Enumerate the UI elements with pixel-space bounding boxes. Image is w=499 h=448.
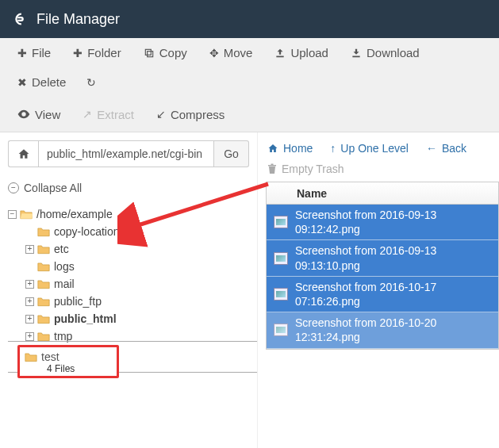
extract-button: ↗Extract — [73, 103, 144, 126]
crumb-back[interactable]: ←Back — [426, 142, 466, 155]
drag-tooltip: test 4 Files — [17, 345, 119, 378]
compress-button[interactable]: ↙Compress — [147, 103, 234, 126]
folder-tree: − /home/example copy-location+etclogs+ma… — [8, 205, 249, 362]
folder-icon — [37, 279, 50, 289]
tree-item[interactable]: +etc — [8, 240, 249, 258]
tree-label: copy-location — [54, 225, 120, 238]
folder-icon — [37, 331, 50, 342]
tree-item[interactable]: +public_ftp — [8, 293, 249, 310]
file-button[interactable]: ✚File — [8, 41, 60, 64]
upload-icon — [274, 48, 286, 59]
tree-root[interactable]: − /home/example — [8, 205, 249, 223]
expand-icon[interactable]: + — [25, 297, 34, 306]
folder-icon — [37, 244, 50, 255]
folder-icon — [25, 352, 37, 362]
tree-label: logs — [54, 260, 75, 273]
tree-label: mail — [54, 278, 75, 290]
app-title: File Manager — [36, 11, 120, 28]
move-button[interactable]: ✥Move — [200, 41, 263, 64]
table-row[interactable]: Screenshot from 2016-10-17 07:16:26.png — [267, 277, 498, 312]
expand-icon[interactable]: + — [25, 280, 34, 289]
table-row[interactable]: Screenshot from 2016-09-13 09:12:42.png — [267, 205, 498, 240]
back-icon: ← — [426, 142, 437, 155]
right-panel: Home ↑Up One Level ←Back Empty Trash Nam… — [258, 132, 499, 448]
crumb-up[interactable]: ↑Up One Level — [330, 142, 409, 155]
folder-icon — [37, 297, 50, 307]
folder-icon — [37, 262, 50, 272]
file-image-icon — [267, 288, 295, 301]
plus-icon: ✚ — [73, 47, 83, 59]
table-header: Name — [267, 182, 498, 205]
path-bar: Go — [8, 140, 249, 167]
folder-icon — [37, 227, 50, 237]
cpanel-logo — [11, 10, 29, 28]
table-row[interactable]: Screenshot from 2016-09-13 09:13:10.png — [267, 240, 498, 276]
compress-icon: ↙ — [156, 108, 166, 121]
svg-rect-3 — [352, 56, 359, 57]
table-row[interactable]: Screenshot from 2016-10-20 12:31:24.png — [267, 312, 498, 348]
home-button[interactable] — [8, 140, 38, 167]
collapse-icon: − — [8, 182, 19, 193]
refresh-button[interactable]: ↻ — [79, 71, 104, 94]
home-icon — [267, 144, 278, 153]
file-table: Name Screenshot from 2016-09-13 09:12:42… — [266, 182, 499, 350]
tree-item[interactable]: +tmp — [8, 327, 249, 345]
empty-trash-button: Empty Trash — [266, 163, 499, 182]
download-icon — [351, 48, 362, 59]
home-icon — [17, 148, 30, 159]
eye-icon — [17, 109, 30, 119]
copy-icon — [144, 48, 155, 59]
tree-item[interactable]: copy-location — [8, 223, 249, 240]
crumb-home[interactable]: Home — [267, 142, 313, 155]
expand-icon[interactable]: + — [25, 245, 34, 254]
col-name[interactable]: Name — [295, 187, 498, 200]
extract-icon: ↗ — [83, 108, 92, 121]
folder-open-icon — [20, 209, 33, 220]
upload-button[interactable]: Upload — [265, 41, 338, 64]
file-image-icon — [267, 252, 295, 265]
drag-folder-label: test — [41, 350, 59, 363]
download-button[interactable]: Download — [341, 41, 429, 64]
folder-icon — [37, 314, 50, 324]
folder-button[interactable]: ✚Folder — [63, 41, 131, 64]
svg-rect-1 — [145, 49, 151, 55]
drag-count-label: 4 Files — [25, 363, 112, 374]
go-button[interactable]: Go — [214, 140, 249, 167]
toolbar: ✚File ✚Folder Copy ✥Move Upload Download… — [0, 38, 499, 132]
left-panel: Go − Collapse All − /home/example copy-l… — [0, 132, 258, 448]
view-button[interactable]: View — [8, 103, 70, 126]
expand-icon[interactable]: + — [25, 332, 34, 341]
app-header: File Manager — [0, 0, 499, 38]
tree-label: etc — [54, 243, 69, 255]
tree-label: public_html — [54, 312, 117, 325]
path-input[interactable] — [38, 140, 214, 167]
refresh-icon: ↻ — [86, 76, 96, 89]
file-image-icon — [267, 216, 295, 228]
collapse-all-button[interactable]: − Collapse All — [8, 182, 249, 194]
tree-item[interactable]: logs — [8, 258, 249, 275]
trash-icon — [267, 163, 277, 174]
tree-item[interactable]: +public_html — [8, 310, 249, 327]
file-name: Screenshot from 2016-10-17 07:16:26.png — [295, 280, 498, 308]
svg-rect-2 — [277, 56, 284, 57]
svg-rect-0 — [147, 51, 152, 56]
plus-icon: ✚ — [17, 47, 27, 59]
file-name: Screenshot from 2016-09-13 09:13:10.png — [295, 243, 498, 272]
file-image-icon — [267, 324, 295, 336]
collapse-icon[interactable]: − — [8, 210, 17, 219]
up-icon: ↑ — [330, 142, 336, 155]
move-icon: ✥ — [209, 47, 219, 59]
breadcrumb-bar: Home ↑Up One Level ←Back — [266, 140, 499, 163]
copy-button[interactable]: Copy — [134, 41, 197, 64]
file-name: Screenshot from 2016-10-20 12:31:24.png — [295, 316, 498, 344]
tree-item[interactable]: +mail — [8, 275, 249, 293]
file-name: Screenshot from 2016-09-13 09:12:42.png — [295, 208, 498, 236]
expand-icon[interactable]: + — [25, 315, 34, 324]
main-area: Go − Collapse All − /home/example copy-l… — [0, 132, 499, 448]
tree-label: public_ftp — [54, 295, 102, 308]
delete-button[interactable]: ✖Delete — [8, 71, 75, 94]
delete-icon: ✖ — [17, 76, 27, 89]
